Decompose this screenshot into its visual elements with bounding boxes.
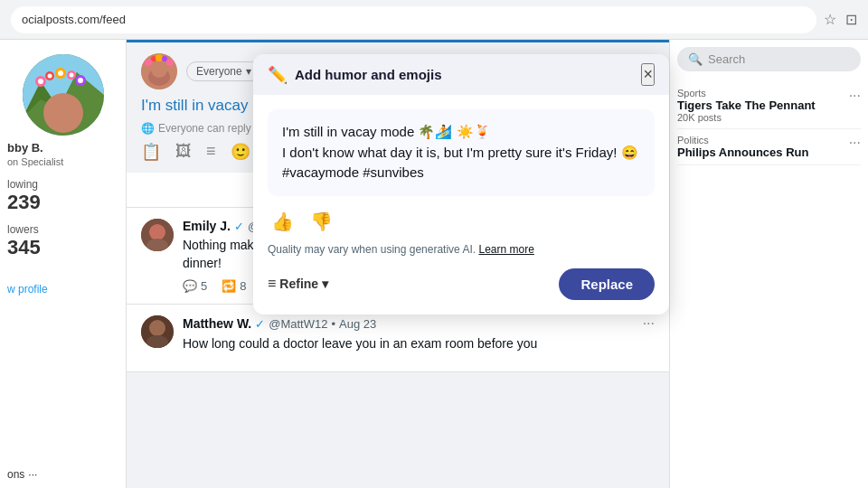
ai-feedback-row: 👍 👎 — [268, 209, 655, 234]
trending-politics-title: Philips Announces Run — [677, 145, 808, 159]
url-text: ocialposts.com/feed — [22, 13, 126, 26]
sidebar-bottom: ons ··· — [7, 468, 37, 481]
view-profile-link[interactable]: w profile — [0, 283, 126, 296]
ai-close-button[interactable]: × — [641, 63, 655, 86]
reply-permission-text: Everyone can reply — [158, 122, 251, 135]
matthew-date: Aug 23 — [339, 317, 376, 331]
trending-sports-posts: 20K posts — [677, 112, 816, 123]
emily-verified: ✓ — [234, 220, 244, 233]
emily-username: Emily J. — [183, 219, 231, 233]
followers-count: 345 — [7, 236, 118, 259]
matthew-sep: • — [331, 317, 335, 331]
svg-point-10 — [47, 74, 52, 79]
trending-sports-title: Tigers Take The Pennant — [677, 99, 816, 112]
trending-politics-content: Politics Philips Announces Run — [677, 135, 808, 159]
trending-sports-menu[interactable]: ··· — [849, 88, 861, 123]
matthew-post-header: Matthew W. ✓ @MattW12 • Aug 23 ··· — [183, 315, 655, 332]
svg-point-18 — [151, 56, 156, 61]
list-action[interactable]: ≡ — [206, 142, 216, 162]
matthew-post-inner: Matthew W. ✓ @MattW12 • Aug 23 ··· How l… — [141, 315, 655, 361]
ai-popup-content: I'm still in vacay mode 🌴🏄 ☀️🍹 I don't k… — [253, 95, 669, 314]
matthew-post-card: Matthew W. ✓ @MattW12 • Aug 23 ··· How l… — [127, 305, 669, 372]
following-label: lowing — [7, 178, 118, 191]
refine-arrow: ▾ — [322, 277, 328, 291]
svg-point-13 — [78, 78, 83, 83]
svg-point-16 — [151, 61, 167, 78]
globe-icon: 🌐 — [141, 122, 155, 135]
quality-text: Quality may vary when using generative A… — [268, 243, 476, 256]
svg-point-19 — [156, 54, 163, 61]
matthew-user-info: Matthew W. ✓ @MattW12 • Aug 23 — [183, 316, 376, 331]
search-icon: 🔍 — [688, 52, 703, 66]
trending-item-politics: Politics Philips Announces Run ··· — [677, 129, 861, 165]
sidebar: bby B. on Specialist lowing 239 lowers 3… — [0, 40, 127, 488]
emily-avatar — [141, 219, 174, 251]
svg-point-9 — [38, 79, 43, 84]
emily-comment-count: 5 — [201, 279, 207, 293]
ai-popup-header: ✏️ Add humor and emojis × — [253, 54, 669, 95]
matthew-avatar — [141, 315, 174, 348]
svg-point-11 — [58, 70, 63, 76]
svg-point-12 — [69, 73, 73, 78]
audience-dropdown[interactable]: Everyone ▾ — [186, 61, 261, 81]
browser-chrome: ocialposts.com/feed ☆ ⊡ — [0, 0, 868, 40]
ai-bottom-row: ≡ Refine ▾ Replace — [268, 268, 655, 300]
retweet-icon: 🔁 — [222, 279, 236, 293]
image-action[interactable]: 🖼 — [175, 142, 192, 162]
refine-button[interactable]: ≡ Refine ▾ — [268, 276, 328, 292]
matthew-post-text: How long could a doctor leave you in an … — [183, 335, 655, 353]
right-panel: 🔍 Search Sports Tigers Take The Pennant … — [669, 40, 868, 488]
matthew-post-content: Matthew W. ✓ @MattW12 • Aug 23 ··· How l… — [183, 315, 655, 361]
matthew-handle: @MattW12 — [269, 317, 327, 331]
browser-icons: ☆ ⊡ — [824, 11, 857, 28]
trending-sports-content: Sports Tigers Take The Pennant 20K posts — [677, 88, 816, 123]
search-placeholder: Search — [708, 52, 745, 66]
emily-retweet-count: 8 — [240, 279, 246, 293]
matthew-username: Matthew W. — [183, 316, 251, 331]
following-count: 239 — [7, 191, 118, 214]
thumbs-down-button[interactable]: 👎 — [307, 209, 336, 234]
ai-header-left: ✏️ Add humor and emojis — [268, 65, 442, 85]
sidebar-bottom-menu[interactable]: ··· — [28, 468, 37, 481]
url-bar[interactable]: ocialposts.com/feed — [11, 6, 816, 33]
first-post-avatar — [141, 53, 177, 89]
sidebar-bottom-label: ons — [7, 468, 24, 481]
emoji-action[interactable]: 🙂 — [231, 142, 250, 162]
comment-icon: 💬 — [183, 279, 197, 293]
user-name: bby B. — [0, 141, 126, 155]
sidebar-stats: lowing 239 lowers 345 — [0, 167, 126, 279]
followers-stat: lowers 345 — [7, 223, 118, 259]
emily-comments[interactable]: 💬 5 — [183, 279, 207, 293]
extension-icon[interactable]: ⊡ — [845, 11, 857, 28]
svg-point-20 — [162, 56, 167, 61]
gif-action[interactable]: 📋 — [141, 142, 161, 162]
replace-button[interactable]: Replace — [559, 268, 655, 300]
svg-point-26 — [149, 320, 165, 336]
ai-wand-icon: ✏️ — [268, 65, 288, 85]
ai-suggestion-text: I'm still in vacay mode 🌴🏄 ☀️🍹 I don't k… — [268, 109, 655, 196]
matthew-menu[interactable]: ··· — [643, 315, 655, 332]
svg-point-17 — [145, 59, 152, 66]
svg-point-21 — [166, 59, 174, 66]
ai-quality-note: Quality may vary when using generative A… — [268, 243, 655, 256]
trending-item-sports: Sports Tigers Take The Pennant 20K posts… — [677, 82, 861, 129]
refine-lines-icon: ≡ — [268, 276, 276, 292]
trending-section: Sports Tigers Take The Pennant 20K posts… — [677, 82, 861, 165]
followers-label: lowers — [7, 223, 118, 236]
following-stat: lowing 239 — [7, 178, 118, 214]
ai-popup: ✏️ Add humor and emojis × I'm still in v… — [253, 54, 669, 314]
svg-point-23 — [149, 224, 165, 240]
trending-politics-menu[interactable]: ··· — [849, 135, 861, 159]
thumbs-up-button[interactable]: 👍 — [268, 209, 297, 234]
audience-label: Everyone — [196, 65, 242, 78]
refine-label: Refine — [279, 277, 318, 291]
emily-retweets[interactable]: 🔁 8 — [222, 279, 246, 293]
search-bar[interactable]: 🔍 Search — [677, 47, 861, 71]
trending-politics-category: Politics — [677, 135, 808, 145]
bookmark-icon[interactable]: ☆ — [824, 11, 836, 28]
ai-popup-title: Add humor and emojis — [295, 67, 442, 82]
avatar — [23, 54, 104, 136]
audience-chevron: ▾ — [246, 65, 251, 78]
learn-more-link[interactable]: Learn more — [478, 243, 533, 256]
svg-point-3 — [43, 93, 83, 133]
